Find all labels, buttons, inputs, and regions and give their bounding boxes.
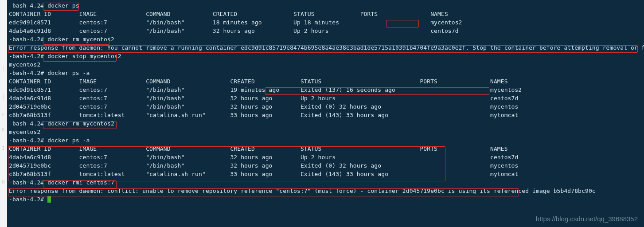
table-row: c6b7a68b513f tomcat:latest "catalina.sh … bbox=[9, 112, 644, 121]
editor-gutter: ( ┼ c K I N bbox=[0, 0, 8, 227]
table-row: 2d045719e0bc centos:7 "/bin/bash" 32 hou… bbox=[9, 163, 644, 171]
terminal[interactable]: -bash-4.2# docker ps CONTAINER ID IMAGE … bbox=[7, 0, 644, 227]
cmd-docker-ps: docker ps bbox=[47, 2, 79, 9]
prompt-line: -bash-4.2# docker rmi centos:7 bbox=[9, 180, 644, 188]
table-row: edc9d91c8571 centos:7 "/bin/bash" 19 min… bbox=[9, 87, 644, 95]
table-header: CONTAINER ID IMAGE COMMAND CREATED STATU… bbox=[9, 146, 644, 154]
cmd-docker-stop: docker stop mycentos2 bbox=[47, 53, 121, 59]
cmd-docker-rmi: docker rmi centos:7 bbox=[47, 179, 114, 186]
table-row: edc9d91c8571 centos:7 "/bin/bash" 18 min… bbox=[9, 20, 644, 28]
table-row: 2d045719e0bc centos:7 "/bin/bash" 32 hou… bbox=[9, 104, 644, 112]
table-row: 4dab4a6c91d8 centos:7 "/bin/bash" 32 hou… bbox=[9, 154, 644, 163]
cmd-docker-rm: docker rm mycentos2 bbox=[47, 120, 114, 127]
gutter-mark: ┼ bbox=[2, 94, 5, 100]
table-row: 4dab4a6c91d8 centos:7 "/bin/bash" 32 hou… bbox=[9, 95, 644, 104]
prompt-line: -bash-4.2# docker ps -a bbox=[9, 70, 644, 78]
cursor bbox=[47, 196, 51, 203]
output-text: mycentos2 bbox=[9, 62, 644, 70]
gutter-mark: K bbox=[2, 127, 5, 133]
table-row: 4dab4a6c91d8 centos:7 "/bin/bash" 32 hou… bbox=[9, 28, 644, 36]
prompt-line: -bash-4.2# docker rm mycentos2 bbox=[9, 36, 644, 45]
table-row: c6b7a68b513f tomcat:latest "catalina.sh … bbox=[9, 171, 644, 180]
table-header: CONTAINER ID IMAGE COMMAND CREATED STATU… bbox=[9, 11, 644, 20]
error-output: Error response from daemon: You cannot r… bbox=[9, 45, 644, 53]
watermark-text: https://blog.csdn.net/qq_39688352 bbox=[536, 215, 638, 223]
cmd-docker-rm: docker rm mycentos2 bbox=[47, 36, 114, 43]
prompt-line: -bash-4.2# docker ps -a bbox=[9, 137, 644, 146]
table-header: CONTAINER ID IMAGE COMMAND CREATED STATU… bbox=[9, 78, 644, 87]
gutter-mark: ( bbox=[2, 66, 5, 71]
output-text: mycentos2 bbox=[9, 129, 644, 137]
gutter-mark: c bbox=[2, 112, 5, 117]
prompt-line: -bash-4.2# bbox=[9, 196, 644, 205]
cmd-docker-ps-a: docker ps -a bbox=[47, 137, 90, 144]
prompt-line: -bash-4.2# docker ps bbox=[9, 3, 644, 11]
prompt-line: -bash-4.2# docker stop mycentos2 bbox=[9, 53, 644, 62]
prompt-line: -bash-4.2# docker rm mycentos2 bbox=[9, 121, 644, 129]
gutter-mark: N bbox=[2, 179, 5, 185]
gutter-mark: I bbox=[2, 145, 5, 151]
cmd-docker-ps-a: docker ps -a bbox=[47, 70, 90, 76]
error-output: Error response from daemon: conflict: un… bbox=[9, 188, 644, 196]
